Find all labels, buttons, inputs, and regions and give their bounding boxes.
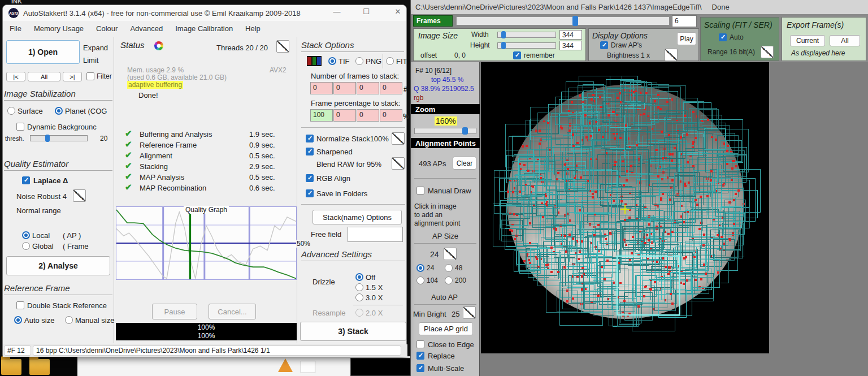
- first-frame-button[interactable]: |<: [6, 72, 25, 81]
- close-icon[interactable]: ✕: [389, 7, 406, 19]
- brightness-spinner-icon[interactable]: [665, 49, 678, 61]
- save-folders-checkbox[interactable]: [306, 189, 314, 197]
- frames-slider-thumb[interactable]: [572, 16, 578, 26]
- pct-frames-input-1[interactable]: 100: [310, 109, 333, 122]
- folder-icon[interactable]: [1, 359, 21, 375]
- zoom-slider-thumb[interactable]: [462, 127, 468, 135]
- frames-value-input[interactable]: 6: [672, 15, 697, 27]
- manual-draw-checkbox[interactable]: [416, 187, 424, 195]
- fit-radio[interactable]: [386, 57, 394, 65]
- menu-file[interactable]: File: [10, 24, 21, 33]
- limit-label[interactable]: Limit: [83, 56, 98, 64]
- global-radio[interactable]: [22, 242, 30, 250]
- titlebar[interactable]: AS!3 AutoStakkert! 3.1.4 (x64) - free fo…: [3, 5, 406, 21]
- thresh-slider-thumb[interactable]: [45, 135, 50, 142]
- blend-raw-spinner-icon[interactable]: [392, 157, 405, 170]
- planet-radio[interactable]: [55, 107, 63, 115]
- pct-frames-input-2[interactable]: 0: [333, 109, 356, 122]
- cancel-button[interactable]: Cancel...: [209, 304, 256, 319]
- height-slider-thumb[interactable]: [501, 42, 506, 49]
- menu-image-calibration[interactable]: Image Calibration: [175, 24, 233, 33]
- drizzle-off-radio[interactable]: [355, 273, 363, 281]
- range-spinner-icon[interactable]: [761, 46, 774, 58]
- num-frames-input-2[interactable]: 0: [333, 82, 356, 94]
- brightness-label: Brightness 1 x: [607, 51, 650, 59]
- width-value[interactable]: 344: [559, 30, 582, 40]
- height-slider[interactable]: [497, 42, 556, 49]
- expand-label[interactable]: Expand: [83, 44, 108, 52]
- rgb-align-checkbox[interactable]: [306, 174, 314, 182]
- frames-slider[interactable]: [456, 16, 670, 25]
- num-frames-input-4[interactable]: 0: [380, 82, 402, 94]
- noise-robust-spinner-icon[interactable]: [73, 189, 86, 202]
- menu-memory-usage[interactable]: Memory Usage: [34, 24, 84, 33]
- maximize-icon[interactable]: ☐: [358, 7, 375, 19]
- ap-size-24-radio[interactable]: [416, 264, 424, 272]
- surface-radio[interactable]: [7, 107, 15, 115]
- normalize-checkbox[interactable]: [306, 135, 314, 142]
- threads-spinner-icon[interactable]: [276, 40, 289, 53]
- ap-size-spinner-icon[interactable]: [444, 248, 457, 260]
- stackname-options-button[interactable]: Stack(name) Options: [313, 210, 402, 224]
- ap-dot: [715, 139, 717, 141]
- remember-checkbox[interactable]: [513, 51, 521, 59]
- num-frames-input-3[interactable]: 0: [357, 82, 379, 94]
- filter-checkbox[interactable]: [86, 72, 94, 80]
- menu-help[interactable]: Help: [245, 24, 261, 33]
- free-field-input[interactable]: [348, 227, 403, 242]
- done-label: Done!: [138, 91, 158, 100]
- clear-aps-button[interactable]: Clear: [453, 157, 476, 170]
- minimize-icon[interactable]: —: [328, 7, 345, 19]
- tif-radio[interactable]: [328, 57, 336, 65]
- drizzle-30-radio[interactable]: [355, 293, 363, 301]
- menu-colour[interactable]: Colour: [96, 24, 118, 33]
- width-slider-thumb[interactable]: [501, 31, 506, 38]
- close-to-edge-checkbox[interactable]: [416, 340, 424, 348]
- sharpened-checkbox[interactable]: [306, 148, 314, 155]
- place-ap-grid-button[interactable]: Place AP grid: [419, 322, 473, 335]
- folder-icon[interactable]: [29, 359, 50, 375]
- ap-dot: [545, 264, 548, 266]
- pct-frames-input-3[interactable]: 0: [357, 109, 379, 122]
- viewer-titlebar[interactable]: C:\Users\denni\OneDrive\Pictures\2023\Mo…: [411, 0, 868, 14]
- thresh-slider[interactable]: [30, 135, 88, 141]
- multi-scale-checkbox[interactable]: [416, 364, 424, 372]
- manual-size-radio[interactable]: [65, 316, 73, 324]
- png-radio[interactable]: [355, 57, 363, 65]
- all-frames-button[interactable]: All: [28, 72, 60, 81]
- auto-scaling-checkbox[interactable]: [719, 33, 727, 41]
- laplace-checkbox[interactable]: [22, 176, 30, 184]
- ap-size-48-radio[interactable]: [445, 264, 453, 272]
- local-radio[interactable]: [22, 231, 30, 239]
- auto-size-radio[interactable]: [14, 316, 22, 324]
- dynamic-background-checkbox[interactable]: [16, 123, 24, 131]
- ap-size-200-radio[interactable]: [445, 276, 453, 284]
- pause-button[interactable]: Pause: [152, 304, 197, 319]
- export-all-button[interactable]: All: [830, 35, 860, 46]
- rgb-info: rgb: [414, 94, 423, 102]
- height-value[interactable]: 344: [559, 41, 582, 50]
- drizzle-15-radio[interactable]: [355, 283, 363, 291]
- resample-20-radio[interactable]: [355, 309, 363, 317]
- export-panel: Export Frame(s) Current All As displayed…: [782, 17, 866, 61]
- min-bright-spinner-icon[interactable]: [463, 306, 476, 319]
- stack-button[interactable]: 3) Stack: [300, 322, 406, 341]
- draw-aps-checkbox[interactable]: [600, 41, 608, 49]
- double-stack-checkbox[interactable]: [16, 301, 24, 309]
- alignment-points-header: Alignment Points: [411, 138, 480, 148]
- pct-frames-input-4[interactable]: 0: [380, 109, 402, 122]
- ap-size-104-radio[interactable]: [416, 276, 424, 284]
- play-button[interactable]: Play: [677, 32, 696, 45]
- analyse-button[interactable]: 2) Analyse: [6, 256, 110, 275]
- last-frame-button[interactable]: >|: [63, 72, 82, 81]
- replace-checkbox[interactable]: [416, 352, 424, 360]
- range-label: Range 16 bit(A): [708, 48, 755, 56]
- moon-image-canvas[interactable]: [481, 62, 769, 353]
- menu-advanced[interactable]: Advanced: [130, 24, 163, 33]
- num-frames-input-1[interactable]: 0: [310, 82, 333, 94]
- width-slider[interactable]: [497, 32, 556, 38]
- zoom-slider[interactable]: [414, 128, 476, 134]
- open-button[interactable]: 1) Open: [6, 40, 80, 64]
- export-current-button[interactable]: Current: [790, 35, 825, 46]
- normalize-spinner-icon[interactable]: [392, 132, 405, 145]
